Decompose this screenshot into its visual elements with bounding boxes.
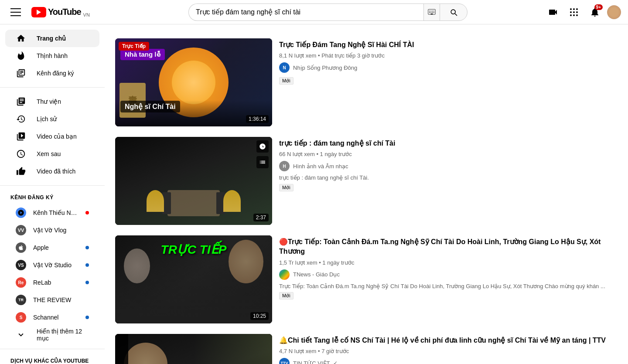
channel-name-vat-vo-vlog: Vật Vờ Vlog <box>33 227 89 234</box>
sidebar-channel-vat-vo-studio[interactable]: VS Vật Vờ Studio <box>5 256 99 274</box>
sidebar-channel-relab[interactable]: Re ReLab <box>5 274 99 291</box>
sidebar-item-subscriptions[interactable]: Kênh đăng ký <box>5 65 99 82</box>
notifications-button[interactable]: 9+ <box>586 3 604 21</box>
sidebar-channel-the-review[interactable]: TR THE REVIEW <box>5 291 99 309</box>
keyboard-button[interactable] <box>423 3 440 21</box>
new-indicator-apple <box>85 246 89 249</box>
thumbnail-4: CHI TIẾTTANG LỄ <box>115 334 272 364</box>
svg-rect-0 <box>10 8 21 9</box>
channel-name-apple: Apple <box>33 244 78 251</box>
user-avatar[interactable] <box>607 5 621 19</box>
channel-name-relab: ReLab <box>33 279 78 286</box>
thumbnail-2: 2:37 <box>115 137 272 225</box>
channel-name-1: Nhịp Sống Phương Đông <box>293 65 357 71</box>
video-meta-4: 4,7 N lượt xem • 7 giờ trước <box>279 348 618 354</box>
sidebar-divider-2 <box>0 185 105 186</box>
video-info-1: Trực Tiếp Đám Tang Nghệ Sĩ Hài CHÍ TÀI 8… <box>279 38 618 126</box>
svg-point-20 <box>573 14 575 16</box>
svg-rect-5 <box>431 10 432 11</box>
new-indicator-vat-vo-studio <box>85 263 89 267</box>
video-item-1[interactable]: 壽 Nhà tang lễ Nghệ sĩ Chí Tài Trực Tiếp … <box>115 33 618 132</box>
channel-name-vat-vo-studio: Vật Vờ Studio <box>33 262 78 269</box>
home-icon <box>16 34 26 43</box>
menu-button[interactable] <box>7 3 24 21</box>
video-item-2[interactable]: 2:37 trực tiếp : đám tang nghệ sĩ chí Tà… <box>115 132 618 230</box>
video-list: 壽 Nhà tang lễ Nghệ sĩ Chí Tài Trực Tiếp … <box>115 33 618 364</box>
logo-text: YouTube <box>48 7 81 17</box>
video-title-3: 🔴Trực Tiếp: Toàn Cảnh Đá.m Ta.ng Nghệ Sỹ… <box>279 237 618 257</box>
liked-icon <box>16 167 26 176</box>
list-icon-2 <box>256 156 269 168</box>
sidebar-home-label: Trang chủ <box>37 35 66 42</box>
views-2: 66 N lượt xem <box>279 151 315 157</box>
sidebar-item-history[interactable]: Lịch sử <box>5 110 99 128</box>
live-indicator <box>85 211 89 214</box>
sidebar-your-videos-label: Video của bạn <box>37 133 77 140</box>
header-right: 9+ <box>544 3 621 21</box>
duration-3: 10:25 <box>250 312 269 320</box>
sidebar-channel-apple[interactable]: Apple <box>5 239 99 256</box>
channel-name-schannel: Schannel <box>33 314 78 321</box>
sidebar-item-liked[interactable]: Video đã thích <box>5 163 99 180</box>
other-services-title: DỊCH VỤ KHÁC CỦA YOUTUBE <box>0 354 105 364</box>
svg-point-24 <box>611 146 612 148</box>
duration-1: 1:36:14 <box>246 115 269 123</box>
video-desc-2: trực tiếp : đám tang nghệ sĩ chí Tài. <box>279 174 618 182</box>
video-info-3: 🔴Trực Tiếp: Toàn Cảnh Đá.m Ta.ng Nghệ Sỹ… <box>279 235 618 323</box>
sidebar-subscriptions-label: Kênh đăng ký <box>37 70 74 77</box>
create-video-button[interactable] <box>544 3 562 21</box>
sidebar-item-home[interactable]: Trang chủ <box>5 30 99 47</box>
header-left: YouTubeVN <box>7 3 112 21</box>
video-meta-1: 8,1 N lượt xem • Phát trực tiếp 3 giờ tr… <box>279 52 618 59</box>
video-item-3[interactable]: TRỰC TIẾP 10:25 🔴Trực Tiếp: Toàn Cảnh Đá… <box>115 230 618 329</box>
artist-overlay-text-1: Nghệ sĩ Chí Tài <box>120 101 180 112</box>
sidebar-item-watch-later[interactable]: Xem sau <box>5 145 99 163</box>
header: YouTubeVN 9+ <box>0 0 628 24</box>
logo[interactable]: YouTubeVN <box>31 7 90 17</box>
svg-rect-4 <box>429 10 430 11</box>
channel-avatar-relab: Re <box>16 277 26 288</box>
separator-4: • <box>318 348 321 354</box>
header-center <box>112 3 544 21</box>
svg-point-19 <box>570 14 572 16</box>
video-item-4[interactable]: CHI TIẾTTANG LỄ 🔔Chi tiết Tang lễ cố NS … <box>115 329 618 364</box>
sidebar-item-library[interactable]: Thư viện <box>5 93 99 110</box>
video-info-2: trực tiếp : đám tang nghệ sĩ chí Tài 66 … <box>279 137 618 225</box>
channel-avatar-schannel: S <box>16 312 26 323</box>
time-2: 1 ngày trước <box>320 151 352 157</box>
views-3: 1,5 Tr lượt xem <box>279 259 317 266</box>
svg-rect-10 <box>432 12 433 13</box>
video-meta-3: 1,5 Tr lượt xem • 1 ngày trước <box>279 259 618 266</box>
sidebar-channel-vat-vo-vlog[interactable]: VV Vật Vờ Vlog <box>5 221 99 239</box>
fire-icon <box>16 51 26 61</box>
new-badge-1: Mới <box>279 77 294 85</box>
sidebar-trending-label: Thịnh hành <box>37 52 68 59</box>
video-meta-2: 66 N lượt xem • 1 ngày trước <box>279 151 618 157</box>
watch-later-icon <box>16 149 26 159</box>
apps-button[interactable] <box>565 3 583 21</box>
subscribed-channels-title: KÊNH ĐĂNG KÝ <box>0 191 105 204</box>
new-indicator-relab <box>85 281 89 284</box>
show-more-channels[interactable]: Hiển thị thêm 12 mục <box>5 326 99 344</box>
sidebar-item-your-videos[interactable]: Video của bạn <box>5 128 99 145</box>
sidebar-channel-schannel[interactable]: S Schannel <box>5 309 99 326</box>
svg-rect-3 <box>428 9 436 14</box>
channel-avatar-1: N <box>279 62 290 73</box>
sidebar-item-trending[interactable]: Thịnh hành <box>5 47 99 65</box>
sidebar-divider-1 <box>0 87 105 88</box>
search-input[interactable] <box>188 3 423 21</box>
video-title-1: Trực Tiếp Đám Tang Nghệ Sĩ Hài CHÍ TÀI <box>279 40 618 50</box>
channel-avatar-kenh-thieu-nhi <box>16 208 26 218</box>
new-indicator-schannel <box>85 316 89 319</box>
svg-point-18 <box>576 11 578 13</box>
new-badge-3: Mới <box>279 292 294 299</box>
search-button[interactable] <box>440 3 468 21</box>
svg-point-17 <box>573 11 575 13</box>
svg-rect-2 <box>10 15 21 16</box>
sidebar-history-label: Lịch sử <box>37 116 57 122</box>
views-4: 4,7 N lượt xem <box>279 348 316 354</box>
sidebar-divider-3 <box>0 349 105 349</box>
views-1: 8,1 N lượt xem <box>279 52 316 59</box>
svg-rect-12 <box>431 14 433 14</box>
sidebar-channel-kenh-thieu-nhi[interactable]: Kênh Thiếu Nhi - B... <box>5 204 99 221</box>
